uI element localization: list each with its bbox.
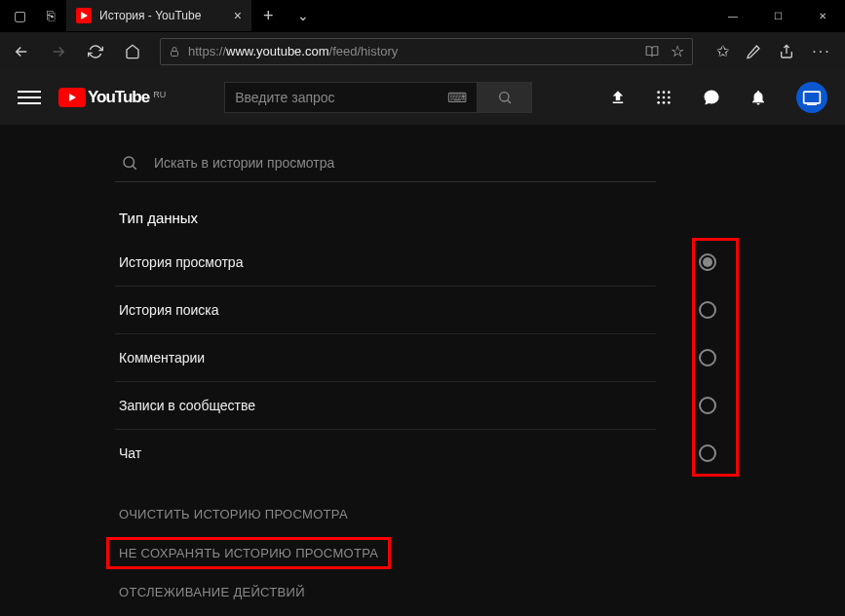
messages-icon[interactable] (703, 89, 724, 106)
radio-icon[interactable] (699, 397, 716, 414)
youtube-header: YouTube RU Введите запрос ⌨ (0, 70, 845, 125)
browser-tab[interactable]: История - YouTube × (66, 0, 251, 31)
history-type-heading: Тип данных (115, 210, 845, 226)
history-option-chat[interactable]: Чат (115, 429, 656, 477)
youtube-search-input[interactable]: Введите запрос ⌨ (224, 82, 478, 113)
nav-back-button[interactable] (8, 38, 35, 65)
option-label: История поиска (119, 302, 219, 318)
tab-chevron-icon[interactable]: ⌄ (286, 8, 321, 23)
manage-activity-button[interactable]: ОТСЛЕЖИВАНИЕ ДЕЙСТВИЙ (119, 572, 845, 611)
svg-marker-2 (69, 94, 76, 101)
svg-point-12 (668, 101, 671, 104)
history-search-input[interactable]: Искать в истории просмотра (115, 154, 656, 182)
svg-rect-13 (804, 92, 821, 103)
new-tab-button[interactable]: + (251, 6, 286, 26)
youtube-play-icon (58, 88, 86, 107)
tab-favicon-icon (76, 8, 92, 23)
window-titlebar: ▢ ⎘ История - YouTube × + ⌄ — ☐ ✕ (0, 0, 845, 31)
svg-point-14 (124, 157, 134, 168)
search-icon (121, 154, 138, 172)
youtube-logo-text: YouTube (88, 88, 149, 107)
radio-icon[interactable] (699, 253, 716, 271)
option-label: Комментарии (119, 350, 205, 366)
svg-point-3 (499, 93, 508, 101)
lock-icon (169, 45, 180, 58)
history-search-placeholder: Искать в истории просмотра (154, 155, 334, 171)
history-option-comments[interactable]: Комментарии (115, 333, 656, 381)
favorite-icon[interactable]: ☆ (671, 42, 684, 60)
svg-point-10 (657, 101, 660, 104)
nav-home-button[interactable] (119, 38, 146, 65)
option-label: История просмотра (119, 254, 243, 270)
browser-address-bar: https://www.youtube.com/feed/history ☆ ✩… (0, 31, 845, 70)
radio-icon[interactable] (699, 301, 716, 319)
search-placeholder: Введите запрос (235, 90, 334, 105)
upload-icon[interactable] (609, 89, 631, 106)
keyboard-icon[interactable]: ⌨ (447, 90, 467, 105)
svg-point-7 (657, 96, 660, 99)
history-option-watch[interactable]: История просмотра (115, 238, 656, 286)
url-input[interactable]: https://www.youtube.com/feed/history ☆ (160, 38, 693, 65)
menu-button[interactable] (18, 91, 41, 104)
set-aside-icon[interactable]: ⎘ (41, 8, 60, 23)
svg-point-9 (668, 96, 671, 99)
youtube-logo[interactable]: YouTube RU (58, 88, 166, 107)
annotation-highlight-pause: НЕ СОХРАНЯТЬ ИСТОРИЮ ПРОСМОТРА (106, 537, 391, 569)
option-label: Записи в сообществе (119, 398, 255, 413)
tabs-overview-icon[interactable]: ▢ (10, 8, 29, 23)
svg-point-4 (657, 91, 660, 94)
window-close-button[interactable]: ✕ (800, 0, 845, 31)
option-label: Чат (119, 445, 141, 461)
pause-history-button[interactable]: НЕ СОХРАНЯТЬ ИСТОРИЮ ПРОСМОТРА (119, 533, 845, 572)
window-minimize-button[interactable]: — (711, 0, 755, 31)
svg-point-5 (663, 91, 666, 94)
notes-icon[interactable] (746, 44, 765, 59)
radio-icon[interactable] (699, 349, 716, 366)
history-option-community[interactable]: Записи в сообществе (115, 381, 656, 429)
svg-point-11 (663, 101, 666, 104)
url-text: https://www.youtube.com/feed/history (188, 44, 398, 58)
svg-point-8 (663, 96, 666, 99)
user-avatar[interactable] (796, 82, 827, 113)
nav-refresh-button[interactable] (82, 38, 109, 65)
svg-marker-0 (81, 12, 88, 19)
tab-title: История - YouTube (99, 9, 226, 22)
reading-view-icon[interactable] (645, 45, 659, 58)
apps-icon[interactable] (656, 90, 677, 105)
radio-icon[interactable] (699, 444, 716, 462)
youtube-search-button[interactable] (478, 82, 532, 113)
notifications-icon[interactable] (749, 89, 771, 106)
svg-rect-1 (172, 51, 178, 56)
window-maximize-button[interactable]: ☐ (755, 0, 800, 31)
history-option-search[interactable]: История поиска (115, 286, 656, 333)
clear-history-button[interactable]: ОЧИСТИТЬ ИСТОРИЮ ПРОСМОТРА (119, 494, 845, 533)
svg-point-6 (668, 91, 671, 94)
youtube-country-code: RU (153, 90, 166, 99)
more-icon[interactable]: ··· (812, 43, 831, 60)
share-icon[interactable] (779, 44, 798, 59)
tab-close-icon[interactable]: × (234, 8, 242, 23)
nav-forward-button (45, 38, 72, 65)
history-page: Искать в истории просмотра Тип данных Ис… (0, 125, 845, 611)
favorites-icon[interactable]: ✩ (712, 42, 732, 60)
